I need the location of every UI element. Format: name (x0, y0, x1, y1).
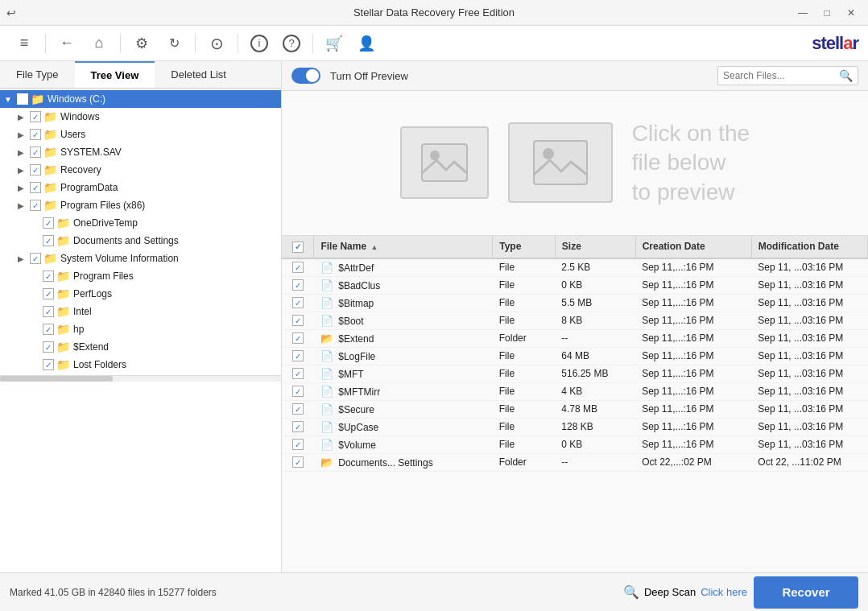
table-row[interactable]: ✓ 📄 $Volume File 0 KB Sep 11,...:16 PM S… (282, 436, 868, 453)
tree-item-documents-settings[interactable]: ✓ 📁 Documents and Settings (0, 232, 281, 250)
row-checkbox-0[interactable]: ✓ (292, 262, 304, 273)
tree-item-intel[interactable]: ✓ 📁 Intel (0, 303, 281, 320)
row-checkbox-10[interactable]: ✓ (292, 439, 304, 450)
checkbox-perf-logs[interactable]: ✓ (43, 288, 54, 299)
table-row[interactable]: ✓ 📂 $Extend Folder -- Sep 11,...:16 PM S… (282, 329, 868, 347)
horizontal-scrollbar[interactable] (0, 375, 281, 382)
info-button[interactable]: i (245, 29, 274, 58)
checkbox-program-files[interactable]: ✓ (43, 270, 54, 282)
settings-button[interactable]: ⚙ (127, 29, 156, 58)
th-type[interactable]: Type (493, 236, 556, 258)
tree-item-program-files-x86[interactable]: ▶ ✓ 📁 Program Files (x86) (0, 196, 281, 214)
maximize-button[interactable]: □ (816, 5, 837, 21)
tree-item-users[interactable]: ▶ ✓ 📁 Users (0, 126, 281, 143)
table-row[interactable]: ✓ 📂 Documents... Settings Folder -- Oct … (282, 453, 868, 471)
scan-button[interactable]: ⊙ (202, 29, 231, 58)
checkbox-system-sav[interactable]: ✓ (30, 147, 41, 158)
row-checkbox-cell[interactable]: ✓ (282, 453, 314, 471)
toggle-preview-switch[interactable] (291, 68, 320, 84)
row-checkbox-11[interactable]: ✓ (292, 456, 304, 468)
checkbox-users[interactable]: ✓ (30, 129, 41, 140)
checkbox-windows[interactable]: ✓ (30, 111, 41, 122)
row-checkbox-cell[interactable]: ✓ (282, 312, 314, 329)
account-button[interactable]: 👤 (352, 29, 381, 58)
tab-deleted-list[interactable]: Deleted List (155, 61, 242, 88)
row-checkbox-1[interactable]: ✓ (292, 279, 304, 291)
tab-file-type[interactable]: File Type (0, 61, 75, 88)
table-row[interactable]: ✓ 📄 $Bitmap File 5.5 MB Sep 11,...:16 PM… (282, 294, 868, 312)
home-button[interactable]: ⌂ (85, 29, 114, 58)
history-button[interactable]: ↻ (159, 29, 188, 58)
tree-item-system-volume[interactable]: ▶ ✓ 📁 System Volume Information (0, 250, 281, 267)
th-creation-date[interactable]: Creation Date (635, 236, 751, 258)
checkbox-documents[interactable]: ✓ (43, 235, 54, 246)
tree-item-windows-c[interactable]: ▼ ✓ 📁 Windows (C:) (0, 90, 281, 108)
recover-button[interactable]: Recover (754, 576, 858, 609)
tree-item-onedrive-temp[interactable]: ✓ 📁 OneDriveTemp (0, 214, 281, 232)
row-checkbox-2[interactable]: ✓ (292, 297, 304, 308)
checkbox-onedrive[interactable]: ✓ (43, 217, 54, 229)
row-checkbox-5[interactable]: ✓ (292, 350, 304, 361)
row-checkbox-9[interactable]: ✓ (292, 421, 304, 432)
table-row[interactable]: ✓ 📄 $LogFile File 64 MB Sep 11,...:16 PM… (282, 347, 868, 365)
th-checkbox[interactable]: ✓ (282, 236, 314, 258)
row-checkbox-cell[interactable]: ✓ (282, 276, 314, 294)
row-checkbox-cell[interactable]: ✓ (282, 382, 314, 400)
deep-scan-link[interactable]: Click here (701, 586, 747, 598)
toggle-knob (306, 69, 319, 82)
help-button[interactable]: ? (277, 29, 306, 58)
tree-item-extend[interactable]: ✓ 📁 $Extend (0, 338, 281, 356)
search-input[interactable] (723, 70, 836, 81)
row-checkbox-cell[interactable]: ✓ (282, 436, 314, 453)
row-checkbox-8[interactable]: ✓ (292, 403, 304, 415)
cart-button[interactable]: 🛒 (320, 29, 349, 58)
table-row[interactable]: ✓ 📄 $UpCase File 128 KB Sep 11,...:16 PM… (282, 418, 868, 436)
tab-tree-view[interactable]: Tree View (75, 61, 155, 88)
checkbox-hp[interactable]: ✓ (43, 324, 54, 335)
row-checkbox-6[interactable]: ✓ (292, 368, 304, 379)
tree-item-program-files[interactable]: ✓ 📁 Program Files (0, 267, 281, 285)
row-checkbox-cell[interactable]: ✓ (282, 294, 314, 312)
row-checkbox-cell[interactable]: ✓ (282, 347, 314, 365)
tree-item-program-data[interactable]: ▶ ✓ 📁 ProgramData (0, 179, 281, 196)
th-file-name[interactable]: File Name ▲ (314, 236, 493, 258)
menu-button[interactable]: ≡ (10, 29, 39, 58)
row-checkbox-3[interactable]: ✓ (292, 315, 304, 326)
table-row[interactable]: ✓ 📄 $MFT File 516.25 MB Sep 11,...:16 PM… (282, 365, 868, 382)
row-checkbox-cell[interactable]: ✓ (282, 365, 314, 382)
checkbox-intel[interactable]: ✓ (43, 306, 54, 317)
table-row[interactable]: ✓ 📄 $BadClus File 0 KB Sep 11,...:16 PM … (282, 276, 868, 294)
checkbox-windows-c[interactable]: ✓ (17, 93, 28, 105)
checkbox-extend[interactable]: ✓ (43, 341, 54, 353)
checkbox-system-volume[interactable]: ✓ (30, 253, 41, 264)
checkbox-lost-folders[interactable]: ✓ (43, 359, 54, 370)
checkbox-recovery[interactable]: ✓ (30, 164, 41, 175)
tree-item-hp[interactable]: ✓ 📁 hp (0, 320, 281, 338)
table-row[interactable]: ✓ 📄 $Secure File 4.78 MB Sep 11,...:16 P… (282, 400, 868, 418)
row-checkbox-7[interactable]: ✓ (292, 386, 304, 397)
th-size[interactable]: Size (555, 236, 635, 258)
row-checkbox-cell[interactable]: ✓ (282, 329, 314, 347)
row-checkbox-cell[interactable]: ✓ (282, 400, 314, 418)
tree-item-recovery[interactable]: ▶ ✓ 📁 Recovery (0, 161, 281, 179)
tree-item-windows[interactable]: ▶ ✓ 📁 Windows (0, 108, 281, 126)
minimize-button[interactable]: — (792, 5, 813, 21)
tree-item-system-sav[interactable]: ▶ ✓ 📁 SYSTEM.SAV (0, 143, 281, 161)
h-scroll-thumb[interactable] (0, 376, 113, 382)
checkbox-program-files-x86[interactable]: ✓ (30, 200, 41, 211)
row-checkbox-cell[interactable]: ✓ (282, 418, 314, 436)
checkbox-program-data[interactable]: ✓ (30, 182, 41, 193)
file-table-container[interactable]: ✓ File Name ▲ Type Size Cr (282, 236, 868, 572)
close-button[interactable]: ✕ (841, 5, 862, 21)
th-modification-date[interactable]: Modification Date (751, 236, 867, 258)
row-checkbox-cell[interactable]: ✓ (282, 258, 314, 277)
row-checkbox-4[interactable]: ✓ (292, 332, 304, 344)
tree-item-lost-folders[interactable]: ✓ 📁 Lost Folders (0, 356, 281, 374)
header-checkbox[interactable]: ✓ (292, 242, 304, 253)
table-row[interactable]: ✓ 📄 $AttrDef File 2.5 KB Sep 11,...:16 P… (282, 258, 868, 277)
table-row[interactable]: ✓ 📄 $Boot File 8 KB Sep 11,...:16 PM Sep… (282, 312, 868, 329)
file-icon-9: 📄 (320, 421, 333, 433)
back-button[interactable]: ← (52, 29, 81, 58)
table-row[interactable]: ✓ 📄 $MFTMirr File 4 KB Sep 11,...:16 PM … (282, 382, 868, 400)
tree-item-perf-logs[interactable]: ✓ 📁 PerfLogs (0, 285, 281, 303)
